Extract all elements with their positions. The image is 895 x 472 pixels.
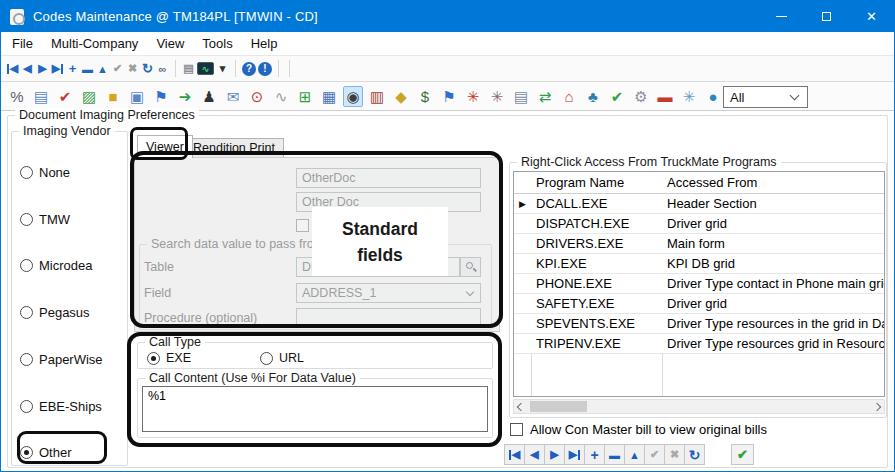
last-record-icon[interactable]: ▶ — [51, 60, 64, 78]
column-header-program[interactable]: Program Name — [531, 172, 662, 193]
notes-icon[interactable]: ▤ — [31, 86, 51, 107]
close-button[interactable]: ✕ — [849, 1, 894, 32]
globe-icon[interactable]: ● — [703, 86, 723, 107]
dock-icon[interactable]: ▥ — [367, 86, 387, 107]
vendor-radio-option[interactable]: EBE-Ships — [20, 398, 102, 414]
document-type-field[interactable]: OtherDoc — [296, 168, 481, 188]
table-row[interactable]: DRIVERS.EXE Main form — [514, 234, 884, 254]
nav-post-button[interactable]: ✔ — [644, 444, 665, 465]
scroll-right-icon[interactable] — [873, 403, 881, 411]
column-header-accessed[interactable]: Accessed From — [662, 172, 884, 193]
procedure-field[interactable] — [296, 308, 481, 328]
audit-document-checkbox[interactable] — [296, 219, 309, 232]
table-lookup-button[interactable] — [460, 257, 481, 277]
copy-check-icon[interactable]: ▣ — [127, 86, 147, 107]
vendor-radio-option[interactable]: TMW — [20, 211, 70, 227]
menu-item[interactable]: File — [3, 36, 42, 51]
percent-icon[interactable]: % — [7, 86, 27, 107]
menu-item[interactable]: Help — [242, 36, 287, 51]
apply-button[interactable]: ✔ — [731, 444, 754, 465]
mail-check-icon[interactable]: ✉ — [223, 86, 243, 107]
car-icon[interactable]: ▬ — [655, 86, 675, 107]
table-row[interactable]: ▶ DCALL.EXE Header Section — [514, 194, 884, 214]
search-icon[interactable]: ∞ — [156, 60, 169, 78]
scrollbar-thumb[interactable] — [530, 401, 587, 412]
cancel-edit-icon[interactable]: ✖ — [126, 60, 139, 78]
nav-cancel-button[interactable]: ✖ — [664, 444, 685, 465]
nav-first-button[interactable]: ◀ — [504, 444, 525, 465]
first-record-icon[interactable]: ◀ — [6, 60, 19, 78]
call-content-input[interactable]: %1 — [142, 386, 488, 432]
nav-prior-button[interactable]: ◀ — [524, 444, 545, 465]
gears-icon[interactable]: ⚙ — [631, 86, 651, 107]
minimize-button[interactable] — [759, 1, 804, 32]
menu-item[interactable]: Tools — [193, 36, 241, 51]
network-gray-icon[interactable]: ✳ — [487, 86, 507, 107]
vendor-radio-option[interactable]: None — [20, 164, 70, 180]
tab-rendition-print[interactable]: Rendition Print — [184, 138, 284, 157]
nav-delete-button[interactable]: ▬ — [604, 444, 625, 465]
next-record-icon[interactable]: ▶ — [36, 60, 49, 78]
print-icon[interactable]: ▤ — [182, 60, 195, 78]
menu-item[interactable]: Multi-Company — [42, 36, 147, 51]
table-row[interactable]: DISPATCH.EXE Driver grid — [514, 214, 884, 234]
edit-record-icon[interactable]: ▲ — [96, 60, 109, 78]
refresh-icon[interactable]: ↻ — [141, 60, 154, 78]
calendar-icon[interactable]: ▦ — [319, 86, 339, 107]
vendor-radio-option[interactable]: PaperWise — [20, 351, 103, 367]
vendor-radio-option[interactable]: Pegasus — [20, 304, 90, 320]
allow-con-master-checkbox[interactable] — [510, 423, 523, 436]
info-icon[interactable]: ! — [258, 62, 272, 76]
doc-info-icon[interactable]: ▤ — [511, 86, 531, 107]
package-icon[interactable]: ■ — [103, 86, 123, 107]
tree-icon[interactable]: ♣ — [583, 86, 603, 107]
prior-record-icon[interactable]: ◀ — [21, 60, 34, 78]
invoice-icon[interactable]: $ — [415, 86, 435, 107]
dropdown-arrow-icon[interactable]: ▾ — [216, 60, 229, 78]
parcel-check-icon[interactable]: ◆ — [391, 86, 411, 107]
table-row[interactable]: KPI.EXE KPI DB grid — [514, 254, 884, 274]
checklist-icon[interactable]: ✔ — [55, 86, 75, 107]
org-chart-icon[interactable]: ⊞ — [295, 86, 315, 107]
maximize-button[interactable] — [804, 1, 849, 32]
help-icon[interactable]: ? — [242, 62, 256, 76]
nav-last-button[interactable]: ▶ — [564, 444, 585, 465]
call-type-radio-option[interactable]: EXE — [147, 351, 191, 365]
table-row[interactable]: SPEVENTS.EXE Driver Type resources in th… — [514, 314, 884, 334]
screen-icon[interactable]: ∿ — [197, 62, 214, 75]
gauge-icon[interactable]: ⊙ — [247, 86, 267, 107]
toolbar-icon[interactable] — [278, 60, 279, 77]
flag-blue-icon[interactable]: ⚑ — [439, 86, 459, 107]
table-row[interactable]: PHONE.EXE Driver Type contact in Phone m… — [514, 274, 884, 294]
menu-item[interactable]: View — [147, 36, 193, 51]
belt-icon[interactable]: ∿ — [271, 86, 291, 107]
call-type-radio-option[interactable]: URL — [260, 351, 304, 365]
scroll-left-icon[interactable] — [517, 403, 525, 411]
filter-dropdown[interactable]: All — [723, 86, 808, 108]
toolbar-icon[interactable] — [289, 60, 290, 77]
insert-record-icon[interactable]: + — [66, 60, 79, 78]
tab-viewer[interactable]: Viewer — [137, 135, 193, 158]
chart-icon[interactable]: ▨ — [79, 86, 99, 107]
import-card-icon[interactable]: ➔ — [175, 86, 195, 107]
nav-edit-button[interactable]: ▲ — [624, 444, 645, 465]
vendor-radio-option[interactable]: Microdea — [20, 257, 92, 273]
camera-icon[interactable]: ◉ — [343, 86, 363, 107]
pinwheel-icon[interactable]: ✳ — [679, 86, 699, 107]
person-icon[interactable]: ♟ — [199, 86, 219, 107]
nav-next-button[interactable]: ▶ — [544, 444, 565, 465]
nav-refresh-button[interactable]: ↻ — [684, 444, 705, 465]
field-dropdown[interactable]: ADDRESS_1 — [296, 283, 481, 303]
horizontal-scrollbar[interactable] — [513, 399, 885, 414]
post-edit-icon[interactable]: ✔ — [111, 60, 124, 78]
network-red-icon[interactable]: ✳ — [463, 86, 483, 107]
delete-record-icon[interactable]: ▬ — [81, 60, 94, 78]
shapes-swap-icon[interactable]: ⇄ — [535, 86, 555, 107]
toolbar-icon[interactable] — [235, 60, 236, 77]
green-check-icon[interactable]: ✔ — [607, 86, 627, 107]
home-icon[interactable]: ⌂ — [559, 86, 579, 107]
table-row[interactable]: TRIPENV.EXE Driver Type resources grid i… — [514, 334, 884, 354]
table-row[interactable]: SAFETY.EXE Driver grid — [514, 294, 884, 314]
vendor-radio-option[interactable]: Other — [20, 444, 72, 460]
toolbar-icon[interactable] — [175, 60, 176, 77]
